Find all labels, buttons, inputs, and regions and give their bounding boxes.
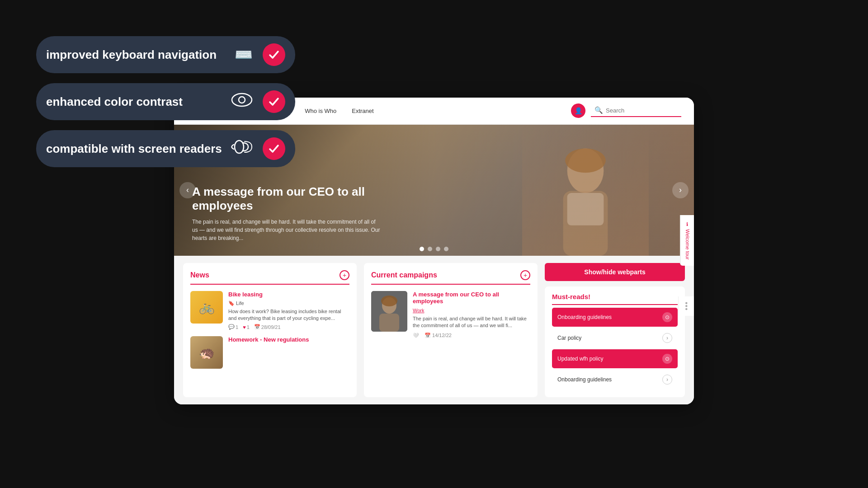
news-date: 📅 28/09/21: [254, 324, 281, 330]
news-item-homework: 🦔 Homework - New regulations: [190, 336, 349, 369]
badge-keyboard: improved keyboard navigation ⌨️: [36, 36, 295, 73]
badge-screen-reader-text: compatible with screen readers: [46, 142, 222, 156]
campaign-meta-ceo: 🤍 📅 14/12/22: [413, 333, 530, 338]
hero-dot-4[interactable]: [444, 247, 448, 251]
calendar-icon: 📅: [254, 324, 260, 330]
search-icon: 🔍: [594, 106, 603, 114]
user-icon[interactable]: 👤: [571, 103, 585, 118]
hero-dot-3[interactable]: [436, 247, 440, 251]
hero-prev-button[interactable]: ‹: [179, 182, 196, 198]
show-hide-webparts-button[interactable]: Show/hide webparts: [545, 263, 685, 281]
badge-check-1: [263, 43, 285, 66]
news-likes: ♥ 1: [243, 324, 250, 330]
must-reads-title: Must-reads!: [552, 293, 678, 305]
hero-title: A message from our CEO to all employees: [192, 185, 427, 213]
campaigns-panel: Current campaigns + A message from our C…: [364, 263, 538, 397]
three-dots-menu[interactable]: •••: [678, 296, 694, 316]
comment-icon: 💬: [228, 324, 235, 330]
must-read-arrow-icon: ⊙: [662, 312, 672, 322]
campaign-heart-icon[interactable]: 🤍: [413, 333, 419, 338]
hero-body: The pain is real, and change will be har…: [192, 218, 382, 242]
svg-point-8: [232, 94, 252, 106]
badge-check-2: [263, 90, 285, 113]
news-title-bike[interactable]: Bike leasing: [228, 291, 349, 298]
svg-point-2: [565, 148, 606, 173]
hero-person-image: [522, 125, 649, 256]
svg-point-10: [235, 141, 244, 153]
must-reads-panel: Show/hide webparts Must-reads! Onboardin…: [545, 263, 685, 397]
news-info-homework: Homework - New regulations: [228, 336, 349, 369]
hero-next-button[interactable]: ›: [672, 182, 689, 198]
campaign-desc-ceo: The pain is real, and change will be har…: [413, 315, 530, 329]
accessibility-badges: improved keyboard navigation ⌨️ enhanced…: [36, 36, 295, 167]
badge-check-3: [263, 137, 285, 160]
news-tag-bike: 🔖 Life: [228, 300, 244, 306]
search-bar: 🔍: [591, 104, 681, 117]
keyboard-icon: ⌨️: [235, 46, 253, 63]
svg-point-9: [239, 97, 245, 103]
must-read-arrow-icon: ›: [662, 375, 672, 385]
badge-contrast-text: enhanced color contrast: [46, 95, 224, 109]
must-read-item-onboarding2[interactable]: Onboarding guidelines ›: [552, 370, 678, 389]
svg-rect-6: [379, 314, 399, 332]
campaigns-panel-title: Current campaigns: [371, 271, 437, 279]
campaign-info-ceo: A message from our CEO to all employees …: [413, 291, 530, 339]
news-title-homework[interactable]: Homework - New regulations: [228, 336, 349, 343]
news-panel-title: News: [190, 271, 209, 279]
heart-icon: ♥: [243, 324, 246, 330]
must-read-arrow-icon: ›: [662, 333, 672, 343]
campaign-tag-ceo[interactable]: Work: [413, 308, 424, 313]
nav-link-extranet[interactable]: Extranet: [345, 105, 380, 117]
nav-link-who-is-who[interactable]: Who is Who: [298, 105, 343, 117]
must-read-arrow-icon: ⊙: [662, 354, 672, 364]
news-info-bike: Bike leasing 🔖 Life How does it work? Bi…: [228, 291, 349, 330]
eye-icon: [231, 92, 253, 111]
campaign-item-ceo: A message from our CEO to all employees …: [371, 291, 530, 339]
news-desc-bike: How does it work? Bike leasing includes …: [228, 308, 349, 322]
hero-dot-1[interactable]: [420, 247, 424, 251]
news-meta-bike: 💬 1 ♥ 1 📅 28/09/21: [228, 324, 349, 330]
search-input[interactable]: [606, 107, 669, 114]
svg-point-7: [381, 296, 397, 306]
sound-icon: [229, 138, 253, 159]
campaign-thumb-ceo: [371, 291, 407, 332]
svg-rect-3: [567, 193, 604, 225]
content-row: News + 🚲 Bike leasing 🔖 Life How does it…: [174, 256, 694, 404]
must-reads-card: Must-reads! Onboarding guidelines ⊙ Car …: [545, 286, 685, 397]
news-thumb-bike: 🚲: [190, 291, 223, 324]
calendar-icon: 📅: [425, 333, 431, 338]
hero-dots: [420, 247, 448, 251]
news-add-button[interactable]: +: [340, 270, 349, 280]
news-comments: 💬 1: [228, 324, 238, 330]
news-thumb-homework: 🦔: [190, 336, 223, 369]
hero-content: A message from our CEO to all employees …: [174, 185, 445, 255]
campaigns-add-button[interactable]: +: [520, 270, 530, 280]
must-read-item-car-policy[interactable]: Car policy ›: [552, 328, 678, 347]
badge-screen-reader: compatible with screen readers: [36, 130, 295, 167]
campaigns-panel-header: Current campaigns +: [371, 270, 530, 285]
info-icon: ℹ: [684, 221, 690, 227]
badge-contrast: enhanced color contrast: [36, 83, 295, 120]
campaign-title-ceo[interactable]: A message from our CEO to all employees: [413, 291, 530, 305]
tag-icon: 🔖: [228, 300, 235, 306]
welcome-tour-button[interactable]: ℹ Welcome tour: [680, 215, 694, 266]
campaign-date: 📅 14/12/22: [425, 333, 452, 338]
must-read-item-onboarding[interactable]: Onboarding guidelines ⊙: [552, 308, 678, 327]
must-read-item-wfh[interactable]: Updated wfh policy ⊙: [552, 349, 678, 368]
badge-keyboard-text: improved keyboard navigation: [46, 48, 227, 62]
hero-dot-2[interactable]: [428, 247, 432, 251]
news-panel: News + 🚲 Bike leasing 🔖 Life How does it…: [183, 263, 357, 397]
news-panel-header: News +: [190, 270, 349, 285]
news-item-bike: 🚲 Bike leasing 🔖 Life How does it work? …: [190, 291, 349, 330]
